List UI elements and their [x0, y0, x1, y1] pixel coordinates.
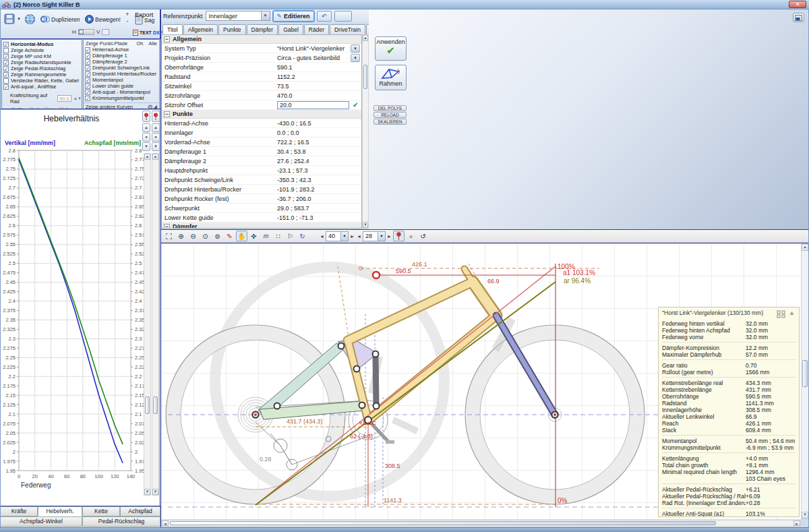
collapse-triangle-icon[interactable]: ▲	[789, 309, 795, 318]
curve-tab-pedalrckschlag[interactable]: Pedal-Rückschlag	[82, 516, 160, 527]
checkbox-icon[interactable]: ✓	[3, 72, 9, 78]
property-row[interactable]: Hinterrad-Achse-430.0 ; 16.5	[162, 119, 361, 128]
zoom-fit-tool[interactable]: ⊚	[212, 231, 223, 241]
display-option-item[interactable]: ✓Anti-squat , AntiRise	[2, 84, 82, 90]
spin-down[interactable]: -	[124, 18, 131, 24]
tab-allgemein[interactable]: Allgemein	[183, 24, 218, 34]
move-button[interactable]: Bewegen!	[83, 13, 123, 25]
force-direction-spinner[interactable]: ▲▼	[73, 96, 82, 100]
save-button[interactable]: ▼	[2, 12, 23, 26]
tab-gabel[interactable]: Gabel	[278, 24, 303, 34]
section-header-dämpfer[interactable]: −Dämpfer	[162, 223, 361, 229]
tab-punkte[interactable]: Punkte	[218, 24, 245, 34]
point-path-item[interactable]: ✓Momentanpol	[84, 77, 159, 83]
wheel-next-arrow[interactable]: ►	[386, 231, 392, 241]
chevron-down-icon[interactable]: ▼	[261, 11, 270, 20]
extra-tool-button[interactable]	[334, 11, 352, 22]
curve-tab-krfte[interactable]: Kräfte	[0, 506, 38, 516]
export-text-button[interactable]: TEXT	[140, 30, 152, 35]
measure-tool[interactable]: m	[260, 231, 272, 241]
refresh-tool[interactable]: ↻	[297, 231, 308, 241]
display-option-item[interactable]: ✓Zeige Radaufstandspunkte	[2, 59, 82, 65]
tab-titel[interactable]: Titel	[162, 24, 183, 35]
h-slider[interactable]	[78, 29, 94, 35]
left-axis-scrollbar[interactable]: ▲ ▼	[144, 153, 151, 496]
property-row[interactable]: Dämpferauge 130.4 ; 53.8	[162, 147, 361, 156]
checkbox-icon[interactable]: ✓	[85, 96, 90, 101]
edit-button[interactable]: ✎ Editieren	[273, 11, 314, 22]
close-button[interactable]: ✕	[789, 1, 806, 8]
curve-tab-kette[interactable]: Kette	[82, 506, 120, 516]
panel-toggle-button[interactable]	[793, 13, 804, 22]
move-points-tool[interactable]: ✜	[248, 231, 260, 241]
display-option-item[interactable]: Verstecke Räder, Kette, Gabel	[2, 78, 82, 84]
point-path-item[interactable]: ✓Dämpferauge 2	[84, 59, 159, 65]
spin-up[interactable]: +	[124, 11, 131, 18]
property-row[interactable]: Schwerpunkt29.0 ; 583.7	[162, 204, 361, 213]
tab-räder[interactable]: Räder	[304, 24, 329, 34]
checkbox-icon[interactable]: ✓	[85, 65, 90, 71]
property-row[interactable]: Oberrohrlänge590.1	[162, 63, 361, 72]
chevron-down-icon[interactable]: ▼	[351, 45, 360, 53]
property-row[interactable]: Innenlager0.0 ; 0.0	[162, 128, 361, 138]
undo-button[interactable]: ↶	[317, 11, 332, 22]
layout-icon[interactable]	[777, 310, 786, 318]
display-option-item[interactable]: Zeige Achslote	[2, 47, 82, 53]
del-polys-button[interactable]: DEL POLYS	[373, 105, 407, 111]
skalieren-button[interactable]: SKALIEREN	[373, 119, 407, 125]
duplicate-button[interactable]: Duplizieren	[38, 13, 82, 25]
select-rect-tool[interactable]	[163, 231, 175, 241]
web-button[interactable]	[22, 12, 38, 26]
checkbox-icon[interactable]: ✓	[85, 47, 90, 53]
force-direction-input[interactable]: 90.0	[57, 95, 71, 102]
drawing-canvas[interactable]: 426.1590.5100%a1 103.1%ar 96.4%66.9431.7…	[161, 243, 801, 519]
reference-point-select[interactable]: Innenlager ▼	[206, 11, 270, 21]
property-row[interactable]: Drehpunkt Rocker (fest)-36.7 ; 206.0	[162, 194, 361, 204]
point-path-item[interactable]: ✓Anti-squat - Momentanpol	[84, 89, 159, 95]
curve-tab-achspfad[interactable]: Achspfad	[120, 506, 160, 516]
curve-tab-hebelverh[interactable]: Hebelverh.	[38, 506, 82, 516]
display-option-item[interactable]: ✓Horizontal-Modus	[2, 41, 82, 47]
property-row[interactable]: Sitzrohr Offset20.0✔	[162, 100, 361, 110]
checkbox-icon[interactable]: ✓	[3, 60, 9, 65]
sphere-tool[interactable]: ●	[405, 231, 417, 241]
commit-check-icon[interactable]: ✔	[351, 101, 360, 109]
property-row[interactable]: Hauptdrehpunkt-23.1 ; 57.3	[162, 166, 361, 175]
zoom-in-tool[interactable]: ⊕	[175, 231, 187, 241]
apply-button[interactable]: Anwenden ✔	[375, 36, 407, 61]
reload-button[interactable]: RELOAD	[373, 112, 407, 118]
property-row[interactable]: Dämpferauge 227.6 ; 252.4	[162, 156, 361, 166]
export-label[interactable]: Export	[135, 11, 153, 18]
point-path-item[interactable]: ✓Drehpunkt Schwinge/Link	[84, 65, 159, 71]
property-row[interactable]: Drehpunkt Schwinge/Link-350.3 ; 42.3	[162, 175, 361, 185]
display-option-item[interactable]: ✓Zeige Rahmengeometrie	[2, 71, 82, 78]
pin-view-tool[interactable]	[393, 231, 404, 241]
wheel-size-select[interactable]: 28▼	[363, 231, 386, 241]
property-row[interactable]: Sitzrohrlänge470.0	[162, 91, 361, 100]
checkbox-icon[interactable]: ✓	[85, 90, 90, 95]
point-path-item[interactable]: ✓Drehpunkt Hinterbau/Rocker	[84, 71, 159, 77]
tab-dämpfer[interactable]: Dämpfer	[247, 24, 278, 34]
flag-tool[interactable]: ⚐	[284, 231, 296, 241]
pan-hand-tool[interactable]: ✋	[236, 231, 247, 241]
collapse-icon[interactable]: −	[164, 36, 170, 42]
point-path-item[interactable]: ✓Krümmungsmittelpunkt	[84, 95, 159, 101]
point-path-item[interactable]: ✓Hinterrad-Achse	[84, 47, 159, 53]
rotate-reset-tool[interactable]: ↺	[417, 231, 429, 241]
property-grid-scrollbar[interactable]: ▲ ▼	[362, 34, 369, 229]
checkbox-icon[interactable]: ✓	[85, 78, 90, 83]
zoom-window-tool[interactable]: ⊙	[200, 231, 211, 241]
zoom-next-arrow[interactable]: ►	[349, 231, 355, 241]
property-input[interactable]: 20.0	[277, 101, 349, 109]
point-path-item[interactable]: ✓Lower chain guide	[84, 83, 159, 89]
section-header-punkte[interactable]: −Punkte	[162, 110, 361, 119]
checkbox-icon[interactable]: ✓	[85, 84, 90, 89]
checkbox-icon[interactable]: ✓	[3, 84, 9, 90]
checkbox-icon[interactable]: ✓	[85, 71, 90, 77]
zoom-out-tool[interactable]: ⊖	[187, 231, 199, 241]
frame-button[interactable]: Rahmen	[375, 65, 407, 90]
save-dropdown-arrow[interactable]: ▼	[17, 17, 21, 21]
curve-tab-achspfadwinkel[interactable]: Achspfad-Winkel	[0, 516, 82, 527]
property-row[interactable]: Vorderrad-Achse722.2 ; 16.5	[162, 138, 361, 147]
zoom-level-select[interactable]: 40▼	[326, 231, 349, 241]
